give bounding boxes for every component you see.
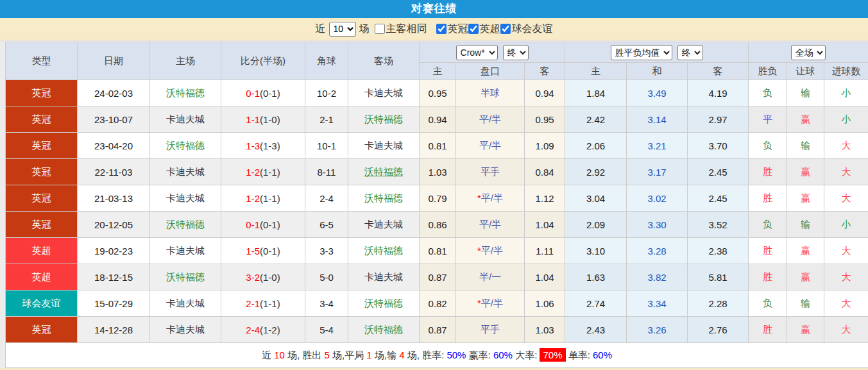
home-team-link[interactable]: 卡迪夫城 (150, 238, 221, 264)
avg-stage-select[interactable]: 终 (677, 45, 703, 60)
handicap-line: 平/半 (456, 133, 525, 159)
avg-draw-odds: 3.26 (627, 317, 688, 343)
handicap-result-flag: 赢 (787, 159, 824, 185)
col-header-type: 类型 (6, 42, 78, 80)
avg-home-odds: 2.43 (565, 317, 627, 343)
away-team-link[interactable]: 沃特福德 (348, 106, 420, 133)
fulltime-score: 1-2 (246, 167, 260, 178)
avg-away-odds: 3.52 (688, 212, 749, 238)
odds-select-cell: Crow*终 (420, 42, 565, 63)
odds-away: 1.12 (525, 185, 565, 212)
summary-text: 近 (262, 349, 274, 360)
fulltime-score: 0-1 (246, 88, 260, 99)
match-row: 英冠22-11-03卡迪夫城1-2(1-1)8-11沃特福德1.03平手0.84… (6, 159, 868, 185)
odds-away: 1.09 (525, 133, 565, 159)
away-team-link[interactable]: 卡迪夫城 (348, 80, 420, 106)
summary-text: 场,输 (372, 349, 400, 360)
handicap-result-flag: 输 (787, 133, 824, 159)
match-date: 23-10-07 (78, 106, 150, 133)
goals-flag: 大 (824, 317, 868, 343)
score-cell: 1-3(1-3) (221, 133, 305, 159)
match-row: 英冠14-12-28卡迪夫城2-4(1-2)5-4沃特福德0.87平手1.032… (6, 317, 868, 343)
avg-away-odds: 2.28 (688, 290, 749, 317)
big-rate-highlight: 70% (540, 348, 565, 362)
scope-select[interactable]: 全场 (791, 45, 826, 60)
away-team-link[interactable]: 卡迪夫城 (348, 264, 420, 290)
handicap-result-flag: 赢 (787, 264, 824, 290)
halftime-score: (1-0) (260, 114, 280, 125)
bookmaker-select[interactable]: Crow* (456, 45, 498, 60)
halftime-score: (1-3) (260, 140, 280, 151)
handicap-result-flag: 赢 (787, 185, 824, 212)
home-team-link[interactable]: 沃特福德 (150, 264, 221, 290)
halftime-score: (0-1) (260, 88, 280, 99)
subcol-odds-away: 客 (525, 63, 565, 80)
away-team-link[interactable]: 沃特福德 (348, 238, 420, 264)
summary-text: 场, 胜率: (405, 349, 447, 360)
corner-score: 10-2 (305, 80, 348, 106)
h2h-widget: 对赛往绩 近 10 场 主客相同 英冠英超球会友谊 类型 日期 主场 比分(半场… (0, 0, 868, 370)
handicap-line: *平/半 (456, 185, 525, 212)
odds-home: 0.86 (420, 212, 456, 238)
avg-draw-odds: 3.49 (627, 80, 688, 106)
away-team-link[interactable]: 沃特福德 (348, 159, 420, 185)
league-filter-group: 英冠英超球会友谊 (436, 22, 553, 36)
league-badge: 英冠 (6, 317, 78, 343)
league-badge: 英冠 (6, 106, 78, 133)
handicap-result-flag: 输 (787, 80, 824, 106)
score-cell: 2-1(1-1) (221, 290, 305, 317)
goals-flag: 小 (824, 80, 868, 106)
summary-text: 5 (324, 349, 329, 360)
home-team-link[interactable]: 沃特福德 (150, 212, 221, 238)
handicap-line: 平/半 (456, 212, 525, 238)
odds-home: 0.81 (420, 133, 456, 159)
league-checkbox-yingguan[interactable] (436, 24, 447, 34)
away-team-link[interactable]: 沃特福德 (348, 185, 420, 212)
away-team-link[interactable]: 卡迪夫城 (348, 212, 420, 238)
handicap-line: *平/半 (456, 238, 525, 264)
home-team-link[interactable]: 卡迪夫城 (150, 159, 221, 185)
avg-away-odds: 3.70 (688, 133, 749, 159)
home-team-link[interactable]: 卡迪夫城 (150, 290, 221, 317)
table-header: 类型 日期 主场 比分(半场) 角球 客场 Crow*终 胜平负均值终 全场 主… (6, 42, 868, 80)
home-team-link[interactable]: 沃特福德 (150, 80, 221, 106)
halftime-score: (1-0) (260, 272, 280, 283)
handicap-result-flag: 赢 (787, 106, 824, 133)
score-cell: 1-2(1-1) (221, 159, 305, 185)
corner-score: 5-4 (305, 317, 348, 343)
changed-line-star: * (477, 298, 481, 308)
goals-flag: 大 (824, 238, 868, 264)
away-team-link[interactable]: 沃特福德 (348, 290, 420, 317)
recent-count-select[interactable]: 10 (329, 22, 356, 37)
avg-away-odds: 2.97 (688, 106, 749, 133)
same-venue-checkbox[interactable] (375, 24, 385, 34)
col-header-result: 胜负 (749, 63, 787, 80)
corner-score: 8-11 (305, 159, 348, 185)
match-date: 21-03-13 (78, 185, 150, 212)
avg-draw-odds: 3.02 (627, 185, 688, 212)
match-row: 英冠24-02-03沃特福德0-1(0-1)10-2卡迪夫城0.95半球0.94… (6, 80, 868, 106)
avg-type-select[interactable]: 胜平负均值 (611, 45, 672, 60)
home-team-link[interactable]: 卡迪夫城 (150, 185, 221, 212)
col-header-goals: 进球数 (824, 63, 868, 80)
league-checkbox-yingchao[interactable] (468, 24, 479, 34)
avg-home-odds: 2.06 (565, 133, 627, 159)
avg-home-odds: 2.09 (565, 212, 627, 238)
away-team-link[interactable]: 沃特福德 (348, 317, 420, 343)
avg-draw-odds: 3.17 (627, 159, 688, 185)
avg-home-odds: 1.63 (565, 264, 627, 290)
away-team-link[interactable]: 卡迪夫城 (348, 133, 420, 159)
home-team-link[interactable]: 卡迪夫城 (150, 106, 221, 133)
odds-home: 0.87 (420, 317, 456, 343)
summary-text: 1 (366, 349, 371, 360)
avg-home-odds: 2.42 (565, 106, 627, 133)
match-date: 18-12-15 (78, 264, 150, 290)
league-badge: 英超 (6, 238, 78, 264)
odds-stage-select[interactable]: 终 (503, 45, 529, 60)
subcol-odds-home: 主 (420, 63, 456, 80)
avg-draw-odds: 3.21 (627, 133, 688, 159)
home-team-link[interactable]: 沃特福德 (150, 133, 221, 159)
home-team-link[interactable]: 卡迪夫城 (150, 317, 221, 343)
summary-text: 单率: (566, 349, 593, 360)
league-checkbox-friendly[interactable] (500, 24, 511, 34)
